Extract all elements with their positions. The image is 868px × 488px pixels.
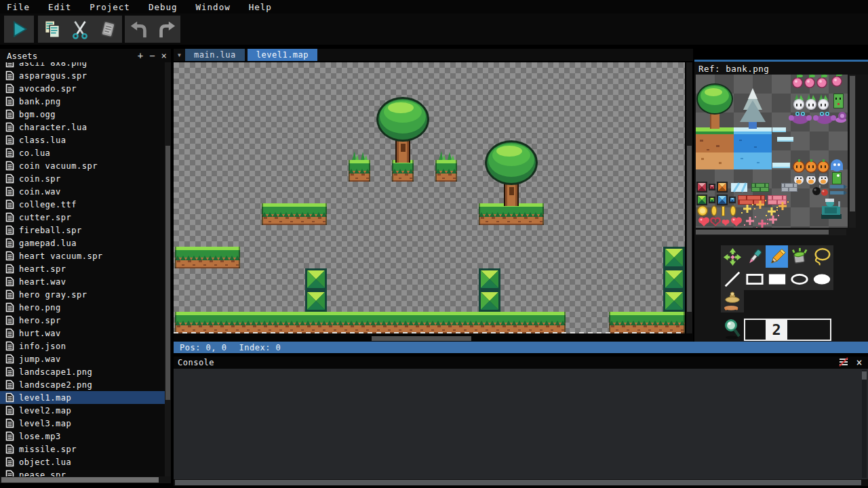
asset-list-item[interactable]: hero.spr	[0, 314, 165, 327]
file-icon	[5, 289, 14, 300]
console-clear-button[interactable]	[838, 357, 849, 369]
play-button[interactable]	[4, 16, 34, 43]
move-tool-button[interactable]	[721, 245, 743, 268]
menu-file[interactable]: File	[7, 2, 30, 12]
asset-list-item[interactable]: avocado.spr	[0, 82, 165, 95]
asset-file-name: heart.wav	[19, 277, 66, 287]
asset-list-item[interactable]: fireball.spr	[0, 224, 165, 237]
tab-main-lua[interactable]: main.lua	[185, 49, 245, 61]
asset-list-item[interactable]: pease.spr	[0, 468, 165, 476]
asset-list-item[interactable]: hero.png	[0, 301, 165, 314]
line-icon	[723, 270, 742, 289]
asset-list-item[interactable]: asparagus.spr	[0, 69, 165, 82]
asset-list-item[interactable]: landscape1.png	[0, 365, 165, 378]
file-icon	[5, 199, 14, 209]
ellipse-tool-button[interactable]	[788, 268, 810, 290]
map-canvas[interactable]	[174, 62, 685, 333]
asset-list-item[interactable]: heart vacuum.spr	[0, 249, 165, 262]
stamp-tool-button[interactable]	[721, 290, 744, 312]
zoom-level-control[interactable]: 2	[744, 319, 831, 341]
ellipse-filled-tool-button[interactable]	[810, 268, 833, 290]
magnifier-icon	[723, 319, 742, 343]
asset-list-item[interactable]: jump.wav	[0, 352, 165, 365]
menu-project[interactable]: Project	[90, 2, 130, 12]
asset-list-item[interactable]: ascii 8x8.png	[0, 62, 165, 69]
file-icon	[5, 161, 14, 171]
color-picker-tool-button[interactable]	[743, 245, 766, 268]
file-icon	[5, 405, 14, 415]
console-horizontal-scrollbar[interactable]	[174, 479, 868, 486]
pencil-icon	[768, 247, 787, 266]
map-horizontal-scrollbar[interactable]	[174, 333, 693, 342]
asset-list-item[interactable]: heart.wav	[0, 275, 165, 288]
edit-button-group	[38, 16, 122, 43]
asset-file-name: class.lua	[19, 136, 66, 145]
assets-horizontal-scrollbar[interactable]	[0, 476, 171, 483]
tab-list-dropdown[interactable]: ▼	[174, 49, 185, 61]
tab-level1-map[interactable]: level1.map	[248, 49, 317, 61]
asset-list-item[interactable]: missile.spr	[0, 443, 165, 455]
asset-list-item[interactable]: coin.wav	[0, 185, 165, 198]
rectangle-tool-button[interactable]	[743, 268, 766, 290]
rectangle-filled-tool-button[interactable]	[766, 268, 788, 290]
menu-debug[interactable]: Debug	[149, 2, 178, 12]
asset-list-item[interactable]: level2.map	[0, 404, 165, 417]
asset-list-item[interactable]: college.ttf	[0, 198, 165, 211]
play-icon	[9, 19, 29, 39]
redo-button[interactable]	[154, 16, 180, 42]
asset-list-item[interactable]: lose.mp3	[0, 430, 165, 443]
menu-window[interactable]: Window	[196, 2, 231, 12]
console-output[interactable]	[174, 369, 868, 479]
asset-file-name: heart.spr	[19, 264, 66, 274]
file-icon	[5, 431, 14, 441]
assets-close-button[interactable]: ×	[161, 51, 167, 60]
assets-minimize-button[interactable]: −	[149, 51, 155, 60]
file-icon	[5, 109, 14, 119]
tileset-horizontal-scrollbar[interactable]	[696, 229, 846, 235]
asset-list-item[interactable]: info.json	[0, 340, 165, 352]
reference-panel-accent	[694, 60, 868, 62]
copy-icon	[42, 19, 62, 39]
paste-button[interactable]	[95, 16, 121, 42]
asset-list-item[interactable]: gamepad.lua	[0, 237, 165, 249]
fill-tool-button[interactable]	[788, 245, 810, 268]
menu-help[interactable]: Help	[249, 2, 272, 12]
lasso-tool-button[interactable]	[810, 245, 833, 268]
asset-list-item[interactable]: level3.map	[0, 417, 165, 430]
asset-list-item[interactable]: coin vacuum.spr	[0, 159, 165, 172]
file-icon	[5, 264, 14, 274]
fill-bucket-icon	[790, 247, 809, 266]
asset-file-name: info.json	[19, 342, 66, 351]
tool-palette	[721, 245, 833, 290]
asset-list-item[interactable]: landscape2.png	[0, 378, 165, 391]
asset-list-item[interactable]: heart.spr	[0, 262, 165, 275]
asset-list-item[interactable]: co.lua	[0, 146, 165, 159]
asset-list-item[interactable]: hurt.wav	[0, 327, 165, 340]
asset-list-item[interactable]: class.lua	[0, 134, 165, 146]
pencil-tool-button[interactable]	[766, 245, 788, 268]
asset-file-name: heart vacuum.spr	[19, 251, 103, 261]
asset-list-item[interactable]: object.lua	[0, 455, 165, 468]
asset-list-item[interactable]: coin.spr	[0, 172, 165, 185]
asset-list-item[interactable]: character.lua	[0, 121, 165, 134]
asset-list-item[interactable]: level1.map	[0, 391, 165, 404]
copy-button[interactable]	[39, 16, 65, 42]
menu-edit[interactable]: Edit	[48, 2, 71, 12]
redo-arrow-icon	[157, 19, 177, 39]
undo-button[interactable]	[126, 16, 152, 42]
assets-add-button[interactable]: +	[138, 51, 143, 60]
assets-vertical-scrollbar[interactable]	[165, 62, 171, 476]
asset-list-item[interactable]: bgm.ogg	[0, 108, 165, 121]
tileset-vertical-scrollbar[interactable]	[849, 75, 856, 228]
status-pos: Pos: 0, 0	[180, 343, 227, 352]
console-close-button[interactable]: ×	[856, 359, 863, 367]
asset-list-item[interactable]: bank.png	[0, 95, 165, 108]
file-icon	[5, 186, 14, 197]
console-vertical-scrollbar[interactable]	[862, 370, 867, 478]
line-tool-button[interactable]	[721, 268, 743, 290]
map-vertical-scrollbar[interactable]	[686, 62, 692, 333]
tileset-canvas[interactable]	[696, 75, 848, 228]
asset-list-item[interactable]: cutter.spr	[0, 211, 165, 224]
cut-button[interactable]	[67, 16, 93, 42]
asset-list-item[interactable]: hero gray.spr	[0, 288, 165, 301]
